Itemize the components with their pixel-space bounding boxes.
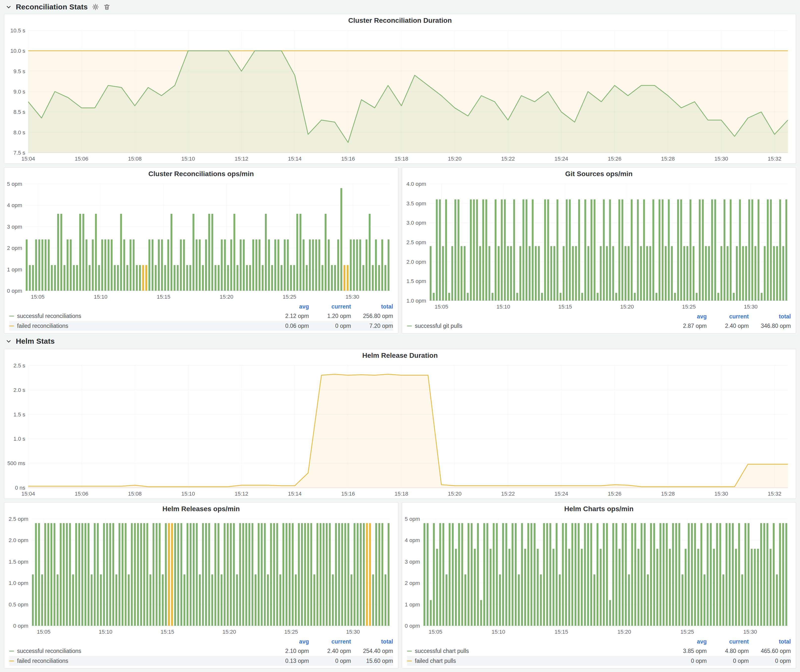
series-color-swatch [9, 316, 14, 317]
legend-value-current: 0 opm [309, 323, 351, 329]
legend-series-label: successful reconciliations [17, 648, 82, 654]
legend-series-label: failed reconciliations [17, 658, 68, 664]
panel-helm-charts-opm: Helm Charts ops/min 15:0515:1015:1515:20… [402, 502, 796, 669]
svg-text:15:28: 15:28 [661, 156, 675, 162]
legend-header-row: avg current total [407, 312, 791, 321]
svg-text:5 opm: 5 opm [405, 516, 420, 522]
legend-header-total[interactable]: total [351, 638, 393, 645]
section-title: Helm Stats [16, 337, 55, 346]
legend-header-row: avg current total [9, 637, 393, 646]
helm-charts-chart[interactable]: 15:0515:1015:1515:2015:2515:300 opm1 opm… [402, 515, 796, 637]
legend-series-toggle[interactable]: successful git pulls [407, 323, 665, 329]
chevron-down-icon [5, 4, 12, 10]
svg-text:3.0 opm: 3.0 opm [406, 220, 426, 226]
svg-text:1.5 s: 1.5 s [13, 411, 25, 418]
legend-series-label: failed chart pulls [415, 658, 456, 664]
legend-value-avg: 0 opm [665, 658, 707, 664]
legend-header-current[interactable]: current [309, 303, 351, 310]
legend-series-toggle[interactable]: successful reconciliations [9, 648, 267, 654]
legend-series-toggle[interactable]: failed reconciliations [9, 323, 267, 329]
svg-text:15:22: 15:22 [501, 156, 515, 162]
legend-value-current: 0 opm [309, 658, 351, 664]
gear-icon[interactable] [92, 3, 99, 11]
svg-text:2.5 s: 2.5 s [13, 362, 25, 369]
legend-value-current: 4.80 opm [707, 648, 749, 654]
panel-title-cluster-reconciliations[interactable]: Cluster Reconciliations ops/min [4, 168, 398, 180]
svg-text:15:20: 15:20 [220, 294, 233, 300]
series-color-swatch [9, 651, 14, 651]
legend-value-avg: 0.13 opm [267, 658, 309, 664]
svg-text:1.0 opm: 1.0 opm [9, 580, 29, 586]
helm-releases-chart[interactable]: 15:0515:1015:1515:2015:2515:300 opm0.5 o… [4, 515, 398, 637]
cluster-reconciliation-duration-chart[interactable]: 15:0415:0615:0815:1015:1215:1415:1615:18… [4, 27, 796, 163]
git-sources-chart[interactable]: 15:0515:1015:1515:2015:2515:301.0 opm1.5… [402, 180, 796, 312]
svg-text:15:15: 15:15 [558, 304, 572, 310]
legend-value-total: 15.60 opm [351, 658, 393, 664]
panel-cluster-reconciliations-opm: Cluster Reconciliations ops/min 15:0515:… [4, 167, 398, 334]
svg-text:15:30: 15:30 [346, 629, 360, 635]
svg-text:0.5 opm: 0.5 opm [9, 602, 29, 608]
svg-text:15:25: 15:25 [680, 629, 694, 635]
legend-value-total: 346.80 opm [749, 323, 791, 329]
legend-header-total[interactable]: total [749, 313, 791, 320]
svg-text:1.5 opm: 1.5 opm [9, 559, 29, 565]
svg-text:1.5 opm: 1.5 opm [406, 278, 426, 284]
legend-series-label: failed reconciliations [17, 323, 68, 329]
legend-series-toggle[interactable]: successful reconciliations [9, 313, 267, 319]
svg-text:15:15: 15:15 [157, 294, 170, 300]
section-header-helm-stats[interactable]: Helm Stats [4, 334, 796, 349]
svg-text:15:30: 15:30 [714, 491, 728, 497]
legend-header-total[interactable]: total [351, 303, 393, 310]
panel-git-sources-opm: Git Sources ops/min 15:0515:1015:1515:20… [402, 167, 796, 334]
svg-text:15:30: 15:30 [346, 294, 359, 300]
legend: avg current total successful git pulls 2… [402, 312, 796, 333]
svg-text:1.0 s: 1.0 s [13, 436, 25, 442]
legend-series-toggle[interactable]: failed reconciliations [9, 658, 267, 664]
svg-text:15:30: 15:30 [744, 304, 757, 310]
legend-value-current: 1.20 opm [309, 313, 351, 319]
legend-row-successful-chart-pulls: successful chart pulls 3.85 opm 4.80 opm… [407, 646, 791, 656]
legend-header-avg[interactable]: avg [267, 638, 309, 645]
svg-text:15:24: 15:24 [555, 491, 568, 497]
legend-value-total: 256.80 opm [351, 313, 393, 319]
svg-text:15:08: 15:08 [128, 156, 141, 162]
trash-icon[interactable] [103, 3, 110, 11]
helm-release-duration-chart[interactable]: 15:0415:0615:0815:1015:1215:1415:1615:18… [4, 362, 796, 499]
svg-text:15:18: 15:18 [395, 156, 408, 162]
panel-title-helm-releases[interactable]: Helm Releases ops/min [4, 502, 398, 515]
svg-text:8.0 s: 8.0 s [13, 130, 25, 136]
legend-header-current[interactable]: current [707, 313, 749, 320]
panel-title-helm-charts[interactable]: Helm Charts ops/min [402, 502, 796, 515]
legend-header-avg[interactable]: avg [267, 303, 309, 310]
legend-header-total[interactable]: total [749, 638, 791, 645]
svg-text:15:14: 15:14 [288, 491, 302, 497]
svg-text:2 opm: 2 opm [405, 580, 420, 586]
svg-text:500 ms: 500 ms [7, 460, 25, 466]
svg-text:4.0 opm: 4.0 opm [406, 181, 426, 187]
svg-text:3 opm: 3 opm [405, 559, 420, 565]
legend-series-toggle[interactable]: successful chart pulls [407, 648, 665, 654]
svg-text:8.5 s: 8.5 s [13, 109, 25, 115]
section-header-reconciliation-stats[interactable]: Reconciliation Stats [4, 0, 796, 14]
panel-title-git-sources[interactable]: Git Sources ops/min [402, 168, 796, 180]
cluster-reconciliations-chart[interactable]: 15:0515:1015:1515:2015:2515:300 opm1 opm… [4, 180, 398, 302]
panel-title-cluster-reconciliation-duration[interactable]: Cluster Reconciliation Duration [4, 14, 796, 27]
svg-text:15:10: 15:10 [94, 294, 107, 300]
legend-header-current[interactable]: current [707, 638, 749, 645]
legend-header-avg[interactable]: avg [665, 313, 707, 320]
legend-series-label: successful reconciliations [17, 313, 82, 319]
svg-text:15:06: 15:06 [75, 491, 88, 497]
svg-text:15:15: 15:15 [555, 629, 568, 635]
legend: avg current total successful chart pulls… [402, 637, 796, 668]
svg-text:15:24: 15:24 [555, 156, 568, 162]
svg-text:2.5 opm: 2.5 opm [406, 239, 426, 245]
panel-title-helm-release-duration[interactable]: Helm Release Duration [4, 349, 796, 362]
svg-text:2.0 opm: 2.0 opm [406, 259, 426, 265]
legend-header-current[interactable]: current [309, 638, 351, 645]
svg-text:2.0 s: 2.0 s [13, 387, 25, 393]
legend-header-avg[interactable]: avg [665, 638, 707, 645]
legend-series-label: successful git pulls [415, 323, 462, 329]
svg-text:1.0 opm: 1.0 opm [406, 298, 426, 304]
svg-text:15:20: 15:20 [222, 629, 236, 635]
legend-series-toggle[interactable]: failed chart pulls [407, 658, 665, 664]
